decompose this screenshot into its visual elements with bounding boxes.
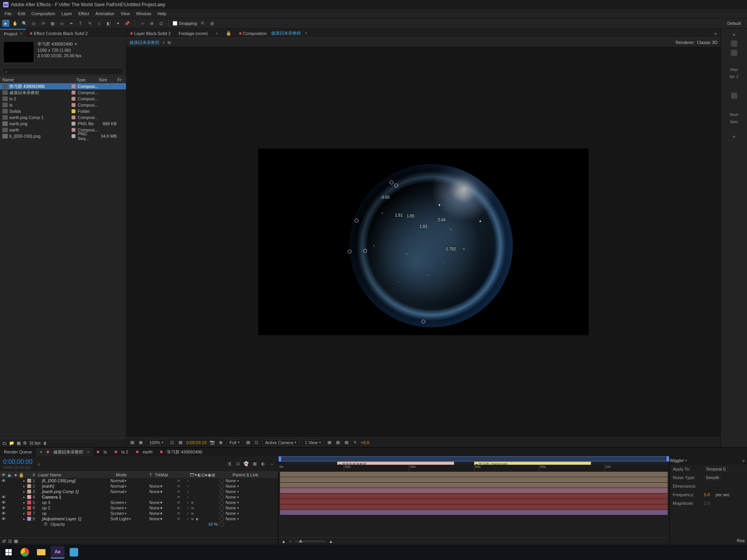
twirl-icon[interactable]: ▸ <box>23 485 27 488</box>
blend-mode-dd[interactable]: Screen▾ <box>109 500 136 505</box>
views-dropdown[interactable]: 1 View▾ <box>302 439 324 446</box>
layer-name[interactable]: op <box>37 511 109 516</box>
parent-dd[interactable]: None▾ <box>218 495 257 499</box>
crumb-2[interactable]: ts <box>168 40 171 45</box>
rect-tool[interactable]: ▭ <box>58 20 65 27</box>
layer-label-chip[interactable] <box>27 479 31 483</box>
project-selected-name[interactable]: 学习群 439092480▼ <box>37 41 81 47</box>
layer-row[interactable]: 👁 ▸ 4 Camera 1 ⊓/ None▾ <box>0 494 278 500</box>
twirl-icon[interactable]: ▸ <box>23 512 27 515</box>
switch[interactable]: ⊓ <box>177 495 180 499</box>
layer-name[interactable]: op 2 <box>37 506 109 510</box>
visibility-toggle[interactable] <box>2 484 5 488</box>
color-icon[interactable]: ◉ <box>218 440 224 445</box>
col-t[interactable]: T <box>149 472 153 477</box>
menu-view[interactable]: View <box>117 11 133 16</box>
right-dock-expand-icon[interactable]: » <box>733 32 735 37</box>
exposure-reset-icon[interactable]: ☀ <box>352 440 358 445</box>
pickwhip-icon[interactable] <box>219 495 224 499</box>
project-item[interactable]: Solids Folder <box>0 108 126 114</box>
project-search[interactable]: ⌕ <box>2 68 124 75</box>
audio-panel-icon[interactable] <box>731 50 737 56</box>
workspace-selector[interactable]: Default <box>727 21 745 26</box>
right-dock-expand2-icon[interactable]: » <box>733 134 735 139</box>
switch[interactable]: / <box>186 484 190 488</box>
project-item[interactable]: ts 2 Composi... <box>0 96 126 102</box>
mask-icon[interactable]: ▣ <box>138 440 143 445</box>
layer-bar[interactable] <box>280 477 668 482</box>
delete-icon[interactable]: 🗑 <box>43 441 47 445</box>
brush-tool[interactable]: ✎ <box>86 20 93 27</box>
camera-dropdown[interactable]: Active Camera▾ <box>262 439 299 446</box>
layer-label-chip[interactable] <box>27 490 31 494</box>
layer-label-chip[interactable] <box>27 500 31 504</box>
new-comp-icon[interactable]: ▦ <box>17 441 21 446</box>
grid-icon[interactable]: ▦ <box>178 440 183 445</box>
wiggler-tab[interactable]: Wiggler <box>670 458 684 463</box>
pickwhip-icon[interactable] <box>219 500 224 505</box>
col-switches[interactable]: 🗖✦◐⊡●◉⊞ <box>188 472 231 478</box>
parent-dd[interactable]: None▾ <box>218 500 257 505</box>
world-axis-icon[interactable]: ⊕ <box>148 20 155 27</box>
label-chip[interactable] <box>72 122 75 126</box>
stopwatch-icon[interactable]: ⏱ <box>44 522 48 527</box>
blend-mode-dd[interactable]: Normal▾ <box>109 478 136 483</box>
blend-mode-dd[interactable]: Screen▾ <box>109 511 136 516</box>
hand-tool[interactable]: ✋ <box>12 20 19 27</box>
panel-expand-icon[interactable]: » <box>710 29 721 38</box>
interpret-icon[interactable]: 🗀 <box>2 441 7 446</box>
fx-switch[interactable]: fx <box>191 500 194 504</box>
project-item[interactable]: 6_[000-199].png PNG Seq... 34.8 MB <box>0 133 126 139</box>
work-area-end[interactable] <box>667 457 669 461</box>
blend-mode-dd[interactable]: Normal▾ <box>109 484 136 488</box>
layer-bar[interactable] <box>280 472 668 477</box>
parent-dd[interactable]: None▾ <box>218 489 257 494</box>
layer-bar[interactable] <box>280 494 668 499</box>
graph-editor-icon[interactable]: ⎓ <box>269 461 275 467</box>
viewer-tab-lock[interactable]: 🔒 <box>222 29 235 38</box>
switch[interactable]: ⊓ <box>177 479 180 483</box>
switch[interactable]: / <box>186 517 190 521</box>
menu-layer[interactable]: Layer <box>58 11 75 16</box>
twirl-icon[interactable]: ▸ <box>23 501 27 504</box>
fx-switch[interactable]: fx <box>191 511 194 515</box>
start-button[interactable] <box>2 546 16 558</box>
switch[interactable]: ⊓ <box>177 500 180 504</box>
pickwhip-icon[interactable] <box>219 478 224 483</box>
motionblur-icon[interactable]: ◐ <box>260 461 266 467</box>
visibility-toggle[interactable]: 👁 <box>2 500 5 504</box>
layer-label-chip[interactable] <box>27 484 31 488</box>
snap-edge-icon[interactable]: ⇱ <box>199 20 206 27</box>
exposure-value[interactable]: +0.0 <box>361 440 369 445</box>
viewer-tab-layer[interactable]: Layer Black Solid 2 <box>126 29 175 38</box>
visibility-toggle[interactable]: 👁 <box>2 511 5 515</box>
track-matte-dd[interactable]: None▾ <box>148 500 175 505</box>
tab-project[interactable]: Project≡ <box>0 29 26 38</box>
menu-edit[interactable]: Edit <box>15 11 28 16</box>
visibility-toggle[interactable] <box>2 490 5 494</box>
eraser-tool[interactable]: ◧ <box>105 20 112 27</box>
track-matte-dd[interactable]: None▾ <box>148 484 175 489</box>
snap-grid-icon[interactable]: ⊞ <box>209 20 216 27</box>
project-item[interactable]: 健康回来录教程 Composi... <box>0 89 126 96</box>
toggle-modes-icon[interactable]: ⊡ <box>8 539 12 544</box>
track-area[interactable] <box>278 472 669 537</box>
parent-dd[interactable]: None▾ <box>218 516 257 521</box>
col-layer-name[interactable]: Layer Name <box>37 472 114 477</box>
adj-switch[interactable]: ◐ <box>195 517 199 521</box>
pickwhip-icon[interactable] <box>219 511 224 516</box>
blend-mode-dd[interactable]: Soft Light▾ <box>109 516 136 521</box>
viewer-canvas[interactable]: -0.83 -1.792 1.81 1.85 2.44 1.83 <box>126 47 721 437</box>
snapshot-icon[interactable]: 📷 <box>210 440 215 445</box>
label-chip[interactable] <box>72 103 75 107</box>
pen-tool[interactable]: ✒ <box>68 20 75 27</box>
layer-name[interactable]: [6_[000-199].png] <box>37 478 109 483</box>
selection-tool[interactable]: ▸ <box>2 20 9 27</box>
parent-dd[interactable]: None▾ <box>218 511 257 516</box>
layer-bar[interactable] <box>280 510 668 515</box>
zoom-slider[interactable] <box>295 541 326 542</box>
switch[interactable]: ⊓ <box>177 511 180 515</box>
tab-effect-controls[interactable]: Effect Controls Black Solid 2 <box>26 29 92 38</box>
project-item[interactable]: earth Composi... <box>0 127 126 133</box>
layer-label-chip[interactable] <box>27 517 31 521</box>
